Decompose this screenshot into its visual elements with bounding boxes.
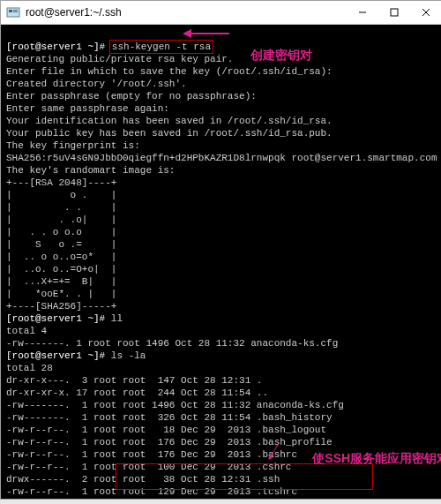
command-text: ssh-keygen -t rsa xyxy=(112,41,211,52)
svg-rect-3 xyxy=(13,11,18,12)
output-line: SHA256:r5uV4sGN9JbbD0qiegffn+d2HPbKAZR1D… xyxy=(6,153,437,163)
annotation-text: 使SSH服务能应用密钥对 xyxy=(312,451,441,465)
svg-marker-9 xyxy=(183,29,191,38)
output-line: | . .o| | xyxy=(6,214,116,225)
terminal-viewport[interactable]: [root@server1 ~]# ssh-keygen -t rsa Gene… xyxy=(1,25,441,499)
window-title: root@server1:~/.ssh xyxy=(26,6,347,19)
prompt: [root@server1 ~]# xyxy=(6,350,105,361)
close-button[interactable] xyxy=(410,1,441,24)
output-line: drwx------. 2 root root 38 Oct 28 12:31 … xyxy=(6,474,280,485)
svg-rect-5 xyxy=(391,9,398,16)
output-line: | ...X+=+= B| | xyxy=(6,276,116,287)
maximize-button[interactable] xyxy=(378,1,410,24)
output-line: dr-xr-x---. 3 root root 147 Oct 28 12:31… xyxy=(6,375,262,386)
prompt: [root@server1 ~]# xyxy=(6,313,105,324)
output-line: | o . | xyxy=(6,190,116,200)
output-line: | S o .= | xyxy=(6,239,116,250)
output-line: | . . | xyxy=(6,202,116,213)
output-line: | .. o o..o=o* | xyxy=(6,252,116,262)
putty-icon xyxy=(6,5,20,19)
output-line: total 4 xyxy=(6,326,47,336)
output-line: | ..o. o..=O+o| | xyxy=(6,264,116,275)
output-line: -rw-------. 1 root root 1496 Oct 28 11:3… xyxy=(6,400,344,410)
output-line: Enter same passphrase again: xyxy=(6,103,169,114)
output-line: -rw-r--r--. 1 root root 18 Dec 29 2013 .… xyxy=(6,425,326,435)
output-line: Generating public/private rsa key pair. xyxy=(6,54,233,64)
output-line: The key's randomart image is: xyxy=(6,165,175,176)
output-line: -rw-r--r--. 1 root root 176 Dec 29 2013 … xyxy=(6,449,297,460)
command-text: ll xyxy=(111,313,123,324)
terminal-window: root@server1:~/.ssh [root@server1 ~]# ss… xyxy=(0,0,441,500)
command-text: ls -la xyxy=(111,350,146,361)
output-line: -rw-------. 1 root root 326 Oct 28 11:54… xyxy=(6,412,333,423)
prompt: [root@server1 ~]# xyxy=(6,41,105,52)
output-line: | *ooE*. . | | xyxy=(6,289,116,299)
output-line: Your identification has been saved in /r… xyxy=(6,116,333,126)
output-line: The key fingerprint is: xyxy=(6,140,140,151)
title-bar[interactable]: root@server1:~/.ssh xyxy=(1,1,441,25)
highlighted-command-1: ssh-keygen -t rsa xyxy=(109,40,213,54)
output-line: -rw-------. 1 root root 1496 Oct 28 11:3… xyxy=(6,338,338,349)
output-line: Enter passphrase (empty for no passphras… xyxy=(6,91,257,102)
output-line: +----[SHA256]-----+ xyxy=(6,301,116,312)
output-line: dr-xr-xr-x. 17 root root 244 Oct 28 11:5… xyxy=(6,387,268,398)
output-line: -rw-r--r--. 1 root root 176 Dec 29 2013 … xyxy=(6,437,333,448)
output-line: -rw-r--r--. 1 root root 100 Dec 29 2013 … xyxy=(6,462,291,472)
annotation-text: 创建密钥对 xyxy=(250,48,312,62)
output-line: Enter file in which to save the key (/ro… xyxy=(6,66,333,77)
output-line: total 28 xyxy=(6,363,53,373)
output-line: | . . o o.o | xyxy=(6,227,116,237)
output-line: +---[RSA 2048]----+ xyxy=(6,177,116,188)
output-line: Created directory '/root/.ssh'. xyxy=(6,79,187,89)
output-line: Your public key has been saved in /root/… xyxy=(6,128,333,139)
svg-rect-2 xyxy=(13,10,18,11)
svg-rect-1 xyxy=(9,10,12,12)
minimize-button[interactable] xyxy=(347,1,378,24)
output-line: -rw-r--r--. 1 root root 129 Dec 29 2013 … xyxy=(6,486,297,497)
